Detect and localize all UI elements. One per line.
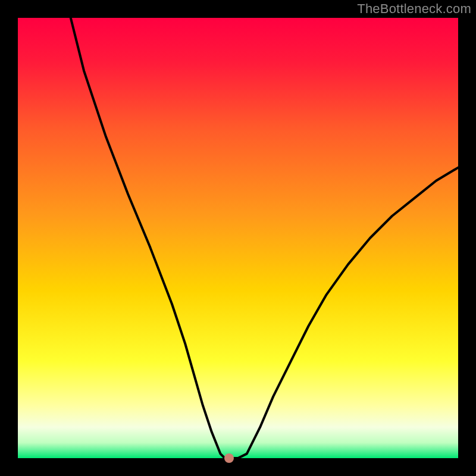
plot-svg	[18, 18, 458, 458]
plot-area	[18, 18, 458, 458]
watermark-label: TheBottleneck.com	[357, 1, 471, 17]
gradient-background	[18, 18, 458, 458]
marker-dot	[224, 453, 234, 463]
chart-frame: TheBottleneck.com	[0, 0, 476, 476]
